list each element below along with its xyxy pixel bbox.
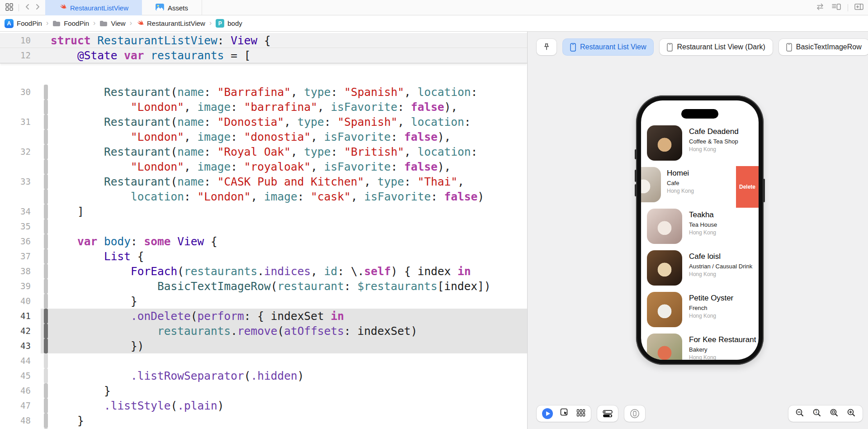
code-line[interactable]: 38 ForEach(restaurants.indices, id: \.se… xyxy=(0,264,527,279)
line-number[interactable]: 35 xyxy=(0,219,31,234)
code-text: BasicTextImageRow(restaurant: $restauran… xyxy=(51,279,491,294)
line-number[interactable]: 43 xyxy=(0,338,31,353)
code-line[interactable]: "London", image: "donostia", isFavorite:… xyxy=(0,129,527,144)
code-text: Restaurant(name: "CASK Pub and Kitchen",… xyxy=(51,174,464,189)
restaurant-name: Cafe loisl xyxy=(689,252,752,261)
code-line[interactable]: "London", image: "royaloak", isFavorite:… xyxy=(0,159,527,174)
editor-tab-restaurantlistview[interactable]: RestaurantListView xyxy=(45,0,142,15)
code-line[interactable]: 31 Restaurant(name: "Donostia", type: "S… xyxy=(0,114,527,129)
line-number[interactable]: 36 xyxy=(0,234,31,249)
breadcrumb-item-project[interactable]: A FoodPin xyxy=(5,19,42,28)
add-editor-icon[interactable] xyxy=(854,3,863,12)
code-line[interactable]: 47 .listStyle(.plain) xyxy=(0,398,527,413)
code-line[interactable]: 33 Restaurant(name: "CASK Pub and Kitche… xyxy=(0,174,527,189)
code-line[interactable]: "London", image: "barrafina", isFavorite… xyxy=(0,100,527,114)
editor-layout-icon[interactable] xyxy=(831,3,841,12)
code-line[interactable]: 37 List { xyxy=(0,249,527,264)
line-number[interactable]: 37 xyxy=(0,249,31,264)
line-number[interactable]: 40 xyxy=(0,294,31,309)
sticky-scope-header[interactable]: 10struct RestaurantListView: View {12 @S… xyxy=(0,33,527,63)
code-line[interactable]: 41 .onDelete(perform: { indexSet in xyxy=(0,309,527,324)
line-number[interactable]: 48 xyxy=(0,413,31,428)
code-line[interactable]: 45 .listRowSeparator(.hidden) xyxy=(0,368,527,383)
code-text: Restaurant(name: "Barrafina", type: "Spa… xyxy=(51,85,477,100)
line-number[interactable]: 45 xyxy=(0,368,31,383)
breadcrumb-item-view-group[interactable]: View xyxy=(99,19,125,27)
code-line[interactable]: 12 @State var restaurants = [ xyxy=(0,48,527,63)
zoom-100-icon[interactable]: 1 xyxy=(812,408,821,419)
breadcrumb-item-group[interactable]: FoodPin xyxy=(52,19,89,27)
line-number[interactable]: 39 xyxy=(0,279,31,294)
iphone-preview[interactable]: Cafe DeadendCoffee & Tea ShopHong KongHo… xyxy=(636,95,764,365)
pin-preview-button[interactable] xyxy=(537,39,557,55)
live-preview-play-icon[interactable] xyxy=(542,408,553,419)
restaurant-text: For Kee RestaurantBakeryHong Kong xyxy=(689,335,756,360)
breadcrumb-item-file[interactable]: RestaurantListView xyxy=(136,19,205,27)
device-bezel-button[interactable] xyxy=(624,405,645,422)
line-number[interactable]: 31 xyxy=(0,114,31,129)
folder-icon xyxy=(52,20,61,27)
code-text: location: "London", image: "cask", isFav… xyxy=(51,189,484,204)
line-number[interactable]: 41 xyxy=(0,309,31,324)
select-mode-icon[interactable] xyxy=(560,408,569,419)
code-line[interactable]: location: "London", image: "cask", isFav… xyxy=(0,189,527,204)
line-number[interactable]: 47 xyxy=(0,398,31,413)
editor-tab-assets[interactable]: Assets xyxy=(142,0,202,15)
code-line[interactable]: 42 restaurants.remove(atOffsets: indexSe… xyxy=(0,324,527,338)
preview-tab-restaurant-list-view-dark[interactable]: Restaurant List View (Dark) xyxy=(660,39,772,55)
restaurant-row[interactable]: Petite OysterFrenchHong Kong xyxy=(641,291,759,333)
line-number[interactable]: 32 xyxy=(0,144,31,159)
code-line[interactable]: 43 }) xyxy=(0,338,527,353)
restaurant-text: Petite OysterFrenchHong Kong xyxy=(689,294,733,319)
editor-tab-label: Assets xyxy=(168,4,188,12)
line-number[interactable]: 34 xyxy=(0,204,31,219)
back-chevron-icon[interactable] xyxy=(24,3,30,12)
breadcrumb-chevron-icon: › xyxy=(130,19,132,27)
breadcrumb-item-symbol[interactable]: P body xyxy=(216,19,242,28)
variants-grid-icon[interactable] xyxy=(576,408,585,419)
restaurant-row[interactable]: TeakhaTea HouseHong Kong xyxy=(641,208,759,249)
code-line[interactable]: 46 } xyxy=(0,383,527,398)
code-line[interactable]: 10struct RestaurantListView: View { xyxy=(0,33,527,48)
preview-tab-basictextimagerow[interactable]: BasicTextImageRow xyxy=(779,39,868,55)
line-number[interactable]: 33 xyxy=(0,174,31,189)
code-line[interactable]: 40 } xyxy=(0,294,527,309)
breadcrumb-label: body xyxy=(227,19,242,27)
code-text: .onDelete(perform: { indexSet in xyxy=(51,309,344,324)
zoom-in-icon[interactable] xyxy=(847,408,856,419)
restaurant-type: Bakery xyxy=(689,346,756,353)
line-number[interactable]: 30 xyxy=(0,85,31,100)
restaurant-row[interactable]: For Kee RestaurantBakeryHong Kong xyxy=(641,333,759,360)
delete-button[interactable]: Delete xyxy=(736,166,759,208)
line-number[interactable]: 38 xyxy=(0,264,31,279)
device-icon xyxy=(570,43,576,52)
preview-tab-restaurant-list-view[interactable]: Restaurant List View xyxy=(563,39,653,55)
line-number[interactable]: 10 xyxy=(0,33,31,48)
breadcrumb-label: FoodPin xyxy=(17,19,42,27)
zoom-out-icon[interactable] xyxy=(795,408,804,419)
restaurant-row[interactable]: Cafe loislAustrian / Causual DrinkHong K… xyxy=(641,249,759,291)
line-number[interactable]: 42 xyxy=(0,324,31,338)
forward-chevron-icon[interactable] xyxy=(35,3,41,12)
code-line[interactable]: 44 xyxy=(0,353,527,368)
code-line[interactable]: 35 xyxy=(0,219,527,234)
change-bar xyxy=(44,159,48,174)
line-number[interactable]: 12 xyxy=(0,48,31,63)
code-line[interactable]: 30 Restaurant(name: "Barrafina", type: "… xyxy=(0,85,527,100)
code-line[interactable]: 48 } xyxy=(0,413,527,428)
restaurant-row[interactable]: Cafe DeadendCoffee & Tea ShopHong Kong xyxy=(641,124,759,166)
code-editor[interactable]: 30 Restaurant(name: "Barrafina", type: "… xyxy=(0,32,527,429)
line-number[interactable]: 44 xyxy=(0,353,31,368)
restaurant-row[interactable]: HomeiCafeHong KongDelete xyxy=(641,166,759,208)
change-bar xyxy=(44,264,48,279)
device-settings-button[interactable] xyxy=(597,405,618,422)
line-number[interactable]: 46 xyxy=(0,383,31,398)
code-line[interactable]: 39 BasicTextImageRow(restaurant: $restau… xyxy=(0,279,527,294)
code-line[interactable]: 32 Restaurant(name: "Royal Oak", type: "… xyxy=(0,144,527,159)
change-bar xyxy=(44,368,48,383)
swap-editors-icon[interactable] xyxy=(815,3,825,12)
tab-overview-icon[interactable] xyxy=(5,3,13,13)
zoom-fit-icon[interactable] xyxy=(830,408,839,419)
code-line[interactable]: 34 ] xyxy=(0,204,527,219)
code-line[interactable]: 36 var body: some View { xyxy=(0,234,527,249)
